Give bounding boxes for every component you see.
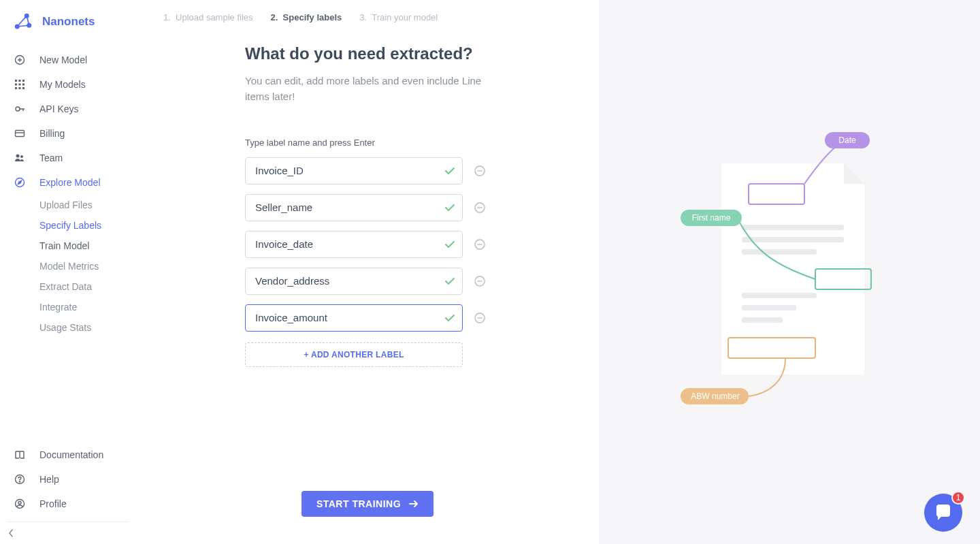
nav-explore-model[interactable]: Explore Model	[0, 170, 136, 195]
subnav: Upload Files Specify Labels Train Model …	[0, 195, 136, 338]
page-title: What do you need extracted?	[245, 44, 517, 63]
label-row	[245, 194, 517, 221]
key-icon	[14, 103, 26, 115]
help-icon	[14, 473, 26, 485]
user-icon	[14, 498, 26, 510]
nav-label: API Keys	[39, 103, 79, 114]
nav-label: Billing	[39, 128, 65, 139]
svg-rect-27	[742, 225, 844, 230]
check-icon	[445, 278, 455, 285]
plus-circle-icon	[14, 54, 26, 66]
label-rows: + ADD ANOTHER LABEL	[245, 157, 517, 367]
label-name-input[interactable]	[245, 194, 463, 221]
label-input-hint: Type label name and press Enter	[245, 138, 517, 148]
nav-documentation[interactable]: Documentation	[0, 443, 136, 467]
start-training-button[interactable]: START TRAINING	[301, 491, 434, 517]
compass-icon	[14, 176, 26, 189]
nav-api-keys[interactable]: API Keys	[0, 97, 136, 121]
card-icon	[14, 127, 26, 140]
svg-rect-31	[742, 305, 796, 310]
bottom-nav: Documentation Help Profile	[0, 438, 136, 516]
wizard-steps: 1. Upload sample files 2. Specify labels…	[136, 12, 599, 44]
svg-rect-12	[22, 87, 24, 89]
illus-tag-firstname: First name	[692, 213, 731, 223]
nav-profile[interactable]: Profile	[0, 492, 136, 516]
step-specify-labels[interactable]: 2. Specify labels	[271, 12, 342, 22]
nav-label: Team	[39, 153, 63, 163]
label-row	[245, 268, 517, 295]
brand-icon	[14, 12, 33, 31]
label-name-input[interactable]	[245, 304, 463, 332]
main-nav: New Model My Models API Keys Billing Tea…	[0, 44, 136, 338]
svg-rect-8	[19, 84, 21, 86]
subnav-usage-stats[interactable]: Usage Stats	[39, 317, 136, 338]
chat-fab[interactable]: 1	[924, 494, 962, 532]
check-icon	[445, 167, 455, 174]
svg-rect-30	[742, 293, 817, 298]
check-icon	[445, 315, 455, 321]
svg-rect-6	[22, 80, 24, 82]
subnav-model-metrics[interactable]: Model Metrics	[39, 256, 136, 276]
remove-label-button[interactable]	[472, 237, 487, 252]
illus-tag-abw: ABW number	[691, 391, 739, 401]
svg-point-15	[16, 155, 20, 158]
label-name-input[interactable]	[245, 268, 463, 295]
center-column: 1. Upload sample files 2. Specify labels…	[136, 0, 599, 544]
nav-label: Explore Model	[39, 177, 101, 188]
team-icon	[14, 152, 26, 164]
brand-logo[interactable]: Nanonets	[0, 12, 136, 44]
step-train-model[interactable]: 3. Train your model	[359, 12, 438, 22]
subnav-extract-data[interactable]: Extract Data	[39, 276, 136, 297]
step-upload-files[interactable]: 1. Upload sample files	[163, 12, 253, 22]
subnav-specify-labels[interactable]: Specify Labels	[39, 215, 136, 236]
brand-name: Nanonets	[42, 15, 95, 29]
svg-point-19	[19, 481, 20, 482]
remove-label-button[interactable]	[472, 200, 487, 215]
nav-help[interactable]: Help	[0, 467, 136, 492]
label-name-input[interactable]	[245, 231, 463, 258]
svg-rect-11	[19, 87, 21, 89]
check-icon	[445, 241, 455, 248]
chat-badge: 1	[951, 491, 965, 505]
book-icon	[14, 449, 26, 461]
label-row	[245, 304, 517, 332]
nav-label: Profile	[39, 498, 67, 509]
nav-new-model[interactable]: New Model	[0, 48, 136, 72]
svg-rect-14	[16, 131, 24, 137]
label-row	[245, 231, 517, 258]
svg-point-13	[16, 107, 20, 111]
label-name-input[interactable]	[245, 157, 463, 185]
nav-my-models[interactable]: My Models	[0, 72, 136, 97]
svg-rect-4	[15, 80, 17, 82]
button-label: START TRAINING	[316, 498, 401, 509]
sidebar: Nanonets New Model My Models API Keys Bi…	[0, 0, 136, 544]
nav-label: Help	[39, 474, 59, 485]
chat-icon	[934, 503, 953, 522]
svg-point-21	[18, 502, 21, 505]
svg-point-16	[20, 155, 23, 158]
svg-rect-29	[742, 249, 817, 255]
subnav-upload-files[interactable]: Upload Files	[39, 195, 136, 215]
subnav-integrate[interactable]: Integrate	[39, 297, 136, 317]
subnav-train-model[interactable]: Train Model	[39, 236, 136, 256]
nav-label: My Models	[39, 79, 86, 90]
svg-rect-9	[22, 84, 24, 86]
add-another-label-button[interactable]: + ADD ANOTHER LABEL	[245, 342, 463, 367]
document-illustration: Date First name ABW number	[674, 129, 905, 415]
remove-label-button[interactable]	[472, 163, 487, 178]
chevron-left-icon	[8, 529, 14, 537]
svg-rect-5	[19, 80, 21, 82]
remove-label-button[interactable]	[472, 274, 487, 289]
grid-icon	[14, 78, 26, 91]
svg-rect-32	[742, 317, 783, 323]
svg-rect-10	[15, 87, 17, 89]
page-subtitle: You can edit, add more labels and even i…	[245, 73, 490, 105]
nav-label: New Model	[39, 54, 87, 65]
main: 1. Upload sample files 2. Specify labels…	[136, 0, 980, 544]
remove-label-button[interactable]	[472, 310, 487, 325]
collapse-sidebar-button[interactable]	[8, 522, 128, 537]
label-row	[245, 157, 517, 185]
nav-billing[interactable]: Billing	[0, 121, 136, 146]
nav-team[interactable]: Team	[0, 146, 136, 170]
nav-label: Documentation	[39, 449, 103, 460]
